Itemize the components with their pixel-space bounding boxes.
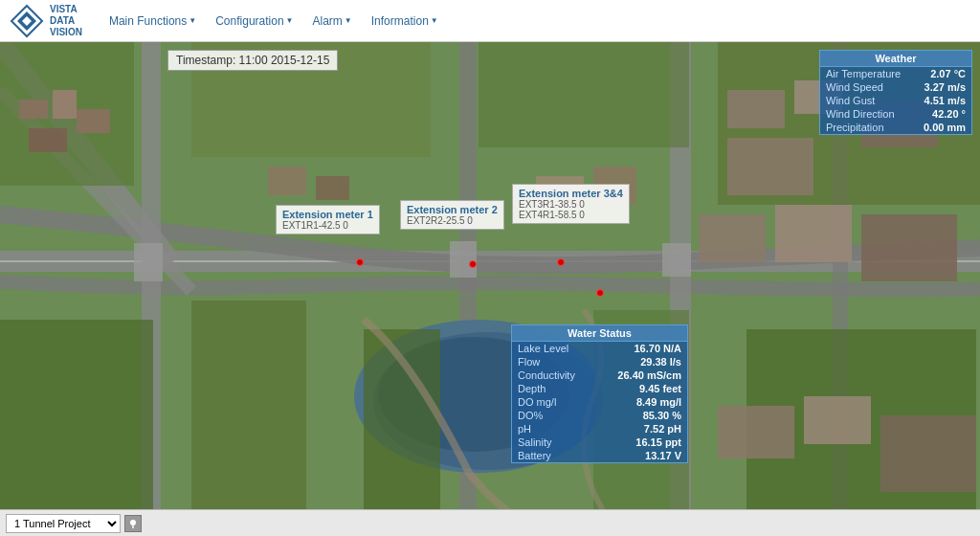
water-row-value: 26.40 mS/cm bbox=[617, 369, 681, 381]
extension-meter-1-label[interactable]: Extension meter 1 EXT1R1-42.5 0 bbox=[276, 205, 380, 234]
weather-row: Air Temperature 2.07 °C bbox=[820, 67, 971, 80]
svg-rect-25 bbox=[77, 109, 110, 133]
information-arrow: ▼ bbox=[431, 16, 438, 25]
water-row-value: 85.30 % bbox=[643, 410, 681, 421]
weather-row-label: Wind Speed bbox=[826, 81, 883, 93]
weather-row-value: 3.27 m/s bbox=[924, 81, 966, 93]
weather-row: Wind Direction 42.20 ° bbox=[820, 107, 971, 121]
svg-rect-39 bbox=[880, 415, 976, 492]
extension-meter-2-label[interactable]: Extension meter 2 EXT2R2-25.5 0 bbox=[400, 200, 504, 230]
water-row: Salinity 16.15 ppt bbox=[512, 436, 687, 449]
water-row-value: 13.17 V bbox=[645, 450, 681, 461]
water-row: pH 7.52 pH bbox=[512, 422, 687, 436]
svg-rect-36 bbox=[861, 214, 957, 281]
water-row-value: 7.52 pH bbox=[644, 423, 681, 435]
nav-alarm[interactable]: Alarm ▼ bbox=[305, 11, 360, 32]
logo-text: VISTA DATA VISION bbox=[50, 4, 82, 38]
water-row-label: Lake Level bbox=[518, 343, 568, 354]
water-row-label: DO mg/l bbox=[518, 396, 556, 408]
water-row-value: 9.45 feet bbox=[639, 383, 681, 394]
timestamp: Timestamp: 11:00 2015-12-15 bbox=[167, 50, 338, 71]
project-selector[interactable]: 1 Tunnel Project bbox=[6, 514, 121, 533]
svg-rect-22 bbox=[19, 100, 48, 119]
marker-4[interactable] bbox=[596, 289, 604, 297]
svg-rect-15 bbox=[191, 301, 306, 530]
svg-rect-31 bbox=[316, 176, 349, 200]
main-nav: Main Functions ▼ Configuration ▼ Alarm ▼… bbox=[101, 11, 446, 32]
logo-icon bbox=[10, 4, 44, 38]
svg-rect-42 bbox=[662, 243, 691, 277]
water-status-panel: Water Status Lake Level 16.70 N/A Flow 2… bbox=[511, 324, 688, 463]
ext1-title: Extension meter 1 bbox=[282, 209, 373, 220]
water-row: Flow 29.38 l/s bbox=[512, 355, 687, 368]
weather-row-value: 0.00 mm bbox=[924, 122, 966, 133]
water-row-label: Depth bbox=[518, 383, 546, 394]
map-pin-icon bbox=[127, 518, 139, 529]
svg-rect-29 bbox=[727, 138, 813, 195]
marker-2[interactable] bbox=[469, 260, 477, 268]
ext3-value1: EXT3R1-38.5 0 bbox=[519, 199, 623, 210]
svg-rect-30 bbox=[268, 167, 306, 195]
weather-row-value: 2.07 °C bbox=[930, 68, 966, 79]
water-row-label: pH bbox=[518, 423, 531, 435]
ext3-value2: EXT4R1-58.5 0 bbox=[519, 210, 623, 220]
bottom-bar: 1 Tunnel Project bbox=[0, 509, 980, 536]
ext3-title: Extension meter 3&4 bbox=[519, 188, 623, 199]
extension-meter-34-label[interactable]: Extension meter 3&4 EXT3R1-38.5 0 EXT4R1… bbox=[512, 184, 630, 224]
svg-rect-37 bbox=[718, 406, 794, 458]
nav-configuration[interactable]: Configuration ▼ bbox=[208, 11, 301, 32]
ext2-title: Extension meter 2 bbox=[407, 204, 498, 215]
alarm-arrow: ▼ bbox=[345, 16, 352, 25]
weather-row-value: 42.20 ° bbox=[932, 108, 966, 120]
water-row-value: 8.49 mg/l bbox=[636, 396, 681, 408]
logo: VISTA DATA VISION bbox=[10, 4, 82, 38]
water-row: Depth 9.45 feet bbox=[512, 382, 687, 395]
header: VISTA DATA VISION Main Functions ▼ Confi… bbox=[0, 0, 980, 42]
nav-information[interactable]: Information ▼ bbox=[364, 11, 446, 32]
svg-rect-21 bbox=[479, 42, 689, 147]
svg-rect-35 bbox=[775, 205, 852, 262]
weather-row: Precipitation 0.00 mm bbox=[820, 121, 971, 134]
water-row: DO mg/l 8.49 mg/l bbox=[512, 395, 687, 409]
water-row: Lake Level 16.70 N/A bbox=[512, 342, 687, 355]
svg-rect-24 bbox=[29, 128, 67, 152]
project-icon[interactable] bbox=[124, 515, 142, 532]
water-row: DO% 85.30 % bbox=[512, 409, 687, 422]
water-row-label: Salinity bbox=[518, 436, 551, 448]
svg-rect-34 bbox=[699, 214, 766, 262]
ext2-value: EXT2R2-25.5 0 bbox=[407, 215, 498, 226]
water-row-label: Flow bbox=[518, 356, 540, 368]
map-container: Timestamp: 11:00 2015-12-15 Extension me… bbox=[0, 42, 980, 536]
ext1-value: EXT1R1-42.5 0 bbox=[282, 220, 373, 231]
weather-row-label: Wind Gust bbox=[826, 95, 875, 106]
water-panel-title: Water Status bbox=[512, 325, 687, 342]
svg-rect-14 bbox=[0, 320, 153, 530]
water-row-value: 16.15 ppt bbox=[635, 436, 681, 448]
weather-panel-title: Weather bbox=[820, 51, 971, 67]
weather-row-value: 4.51 m/s bbox=[924, 95, 966, 106]
configuration-arrow: ▼ bbox=[286, 16, 294, 25]
weather-row: Wind Speed 3.27 m/s bbox=[820, 80, 971, 94]
svg-rect-23 bbox=[53, 90, 77, 119]
weather-rows: Air Temperature 2.07 °C Wind Speed 3.27 … bbox=[820, 67, 971, 134]
marker-1[interactable] bbox=[356, 258, 364, 266]
weather-row-label: Precipitation bbox=[826, 122, 884, 133]
water-row-label: Conductivity bbox=[518, 369, 575, 381]
weather-row: Wind Gust 4.51 m/s bbox=[820, 94, 971, 107]
water-row-value: 16.70 N/A bbox=[634, 343, 681, 354]
water-row-value: 29.38 l/s bbox=[640, 356, 681, 368]
water-rows: Lake Level 16.70 N/A Flow 29.38 l/s Cond… bbox=[512, 342, 687, 462]
main-functions-arrow: ▼ bbox=[189, 16, 196, 25]
nav-main-functions[interactable]: Main Functions ▼ bbox=[101, 11, 204, 32]
water-row: Conductivity 26.40 mS/cm bbox=[512, 368, 687, 382]
water-row-label: Battery bbox=[518, 450, 551, 461]
marker-3[interactable] bbox=[557, 258, 565, 266]
weather-row-label: Air Temperature bbox=[826, 68, 901, 79]
water-row-label: DO% bbox=[518, 410, 543, 421]
weather-row-label: Wind Direction bbox=[826, 108, 895, 120]
svg-rect-41 bbox=[450, 241, 477, 278]
svg-rect-38 bbox=[804, 396, 871, 444]
water-row: Battery 13.17 V bbox=[512, 449, 687, 462]
svg-point-43 bbox=[130, 520, 136, 525]
svg-rect-40 bbox=[134, 243, 163, 281]
